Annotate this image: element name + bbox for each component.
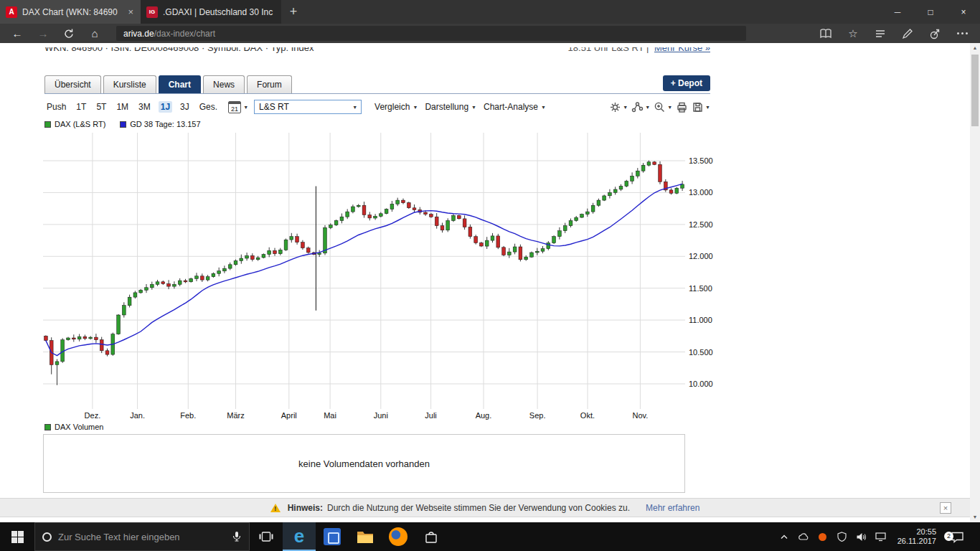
menu-darstellung[interactable]: Darstellung▼ — [425, 102, 476, 112]
tab-forum[interactable]: Forum — [247, 75, 292, 93]
tab-chart[interactable]: Chart — [159, 75, 201, 93]
refresh-button[interactable] — [56, 24, 82, 43]
tray-chevron-up-icon[interactable] — [778, 533, 791, 540]
x-month-label: Mai — [314, 411, 346, 420]
tab-übersicht[interactable]: Übersicht — [44, 75, 101, 93]
cookie-more-link[interactable]: Mehr erfahren — [646, 503, 699, 513]
web-note-pen-icon[interactable] — [894, 24, 921, 43]
x-month-label: Nov. — [624, 411, 656, 420]
tray-app-orange-icon[interactable] — [816, 533, 829, 541]
tab-close-icon[interactable]: × — [126, 6, 135, 17]
close-button[interactable]: × — [947, 0, 980, 24]
browser-scrollbar[interactable]: ▲ ▼ — [970, 43, 980, 522]
favorites-star-icon[interactable]: ☆ — [839, 24, 867, 43]
chart-legend: DAX (L&S RT)GD 38 Tage: 13.157 — [44, 120, 201, 128]
cortana-icon — [42, 532, 52, 542]
cookie-close-icon[interactable]: × — [940, 502, 951, 514]
tray-cloud-icon[interactable] — [797, 532, 810, 541]
minimize-button[interactable]: ─ — [881, 0, 914, 24]
share-icon[interactable] — [921, 24, 948, 43]
instrument-header: WKN: 846900 · ISIN: DE0008469008 · Symbo… — [44, 47, 710, 57]
range-1j[interactable]: 1J — [159, 101, 172, 113]
clock-time: 20:55 — [897, 527, 936, 537]
range-3j[interactable]: 3J — [178, 101, 192, 113]
hub-icon[interactable] — [867, 24, 894, 43]
home-button[interactable]: ⌂ — [82, 24, 108, 43]
new-tab-button[interactable]: + — [281, 0, 306, 24]
task-view-button[interactable] — [250, 522, 283, 551]
chart-area[interactable]: 13.50013.00012.50012.00011.50011.00010.5… — [43, 133, 721, 423]
chevron-down-icon: ▼ — [645, 105, 650, 110]
legend-label: GD 38 Tage: 13.157 — [130, 120, 200, 128]
ariva-tabs-row: ÜbersichtKurslisteChartNewsForum + Depot — [44, 75, 710, 94]
menu-vergleich[interactable]: Vergleich▼ — [374, 102, 418, 112]
back-button[interactable]: ← — [4, 24, 30, 43]
taskbar-file-explorer-icon[interactable] — [349, 522, 382, 551]
range-push[interactable]: Push — [44, 101, 68, 113]
chevron-down-icon: ▼ — [352, 105, 357, 110]
save-icon[interactable]: ▼ — [692, 101, 710, 113]
forward-button[interactable]: → — [30, 24, 56, 43]
menu-chart-analyse[interactable]: Chart-Analyse▼ — [484, 102, 546, 112]
range-3m[interactable]: 3M — [136, 101, 153, 113]
taskbar-firefox-icon[interactable] — [382, 522, 415, 551]
range-ges[interactable]: Ges. — [197, 101, 220, 113]
menu-label: Vergleich — [374, 102, 410, 112]
range-1t[interactable]: 1T — [74, 101, 88, 113]
range-selector: Push1T5T1M3M1J3JGes. — [44, 101, 220, 113]
legend-swatch — [44, 121, 51, 128]
range-1m[interactable]: 1M — [114, 101, 131, 113]
chart-tool-icons: ▼ ▼ ▼ ▼ — [609, 101, 710, 113]
mehr-kurse-link[interactable]: Mehr Kurse » — [654, 47, 710, 53]
maximize-button[interactable]: □ — [914, 0, 947, 24]
volume-legend: DAX Volumen — [44, 423, 103, 431]
tab-news[interactable]: News — [203, 75, 245, 93]
tab-title: .GDAXI | Deutschland 30 Inc — [163, 7, 275, 17]
chevron-down-icon: ▼ — [705, 105, 710, 110]
menu-label: Chart-Analyse — [484, 102, 538, 112]
depot-button[interactable]: + Depot — [663, 75, 710, 91]
range-5t[interactable]: 5T — [94, 101, 108, 113]
url-path: /dax-index/chart — [154, 29, 215, 39]
microphone-icon[interactable] — [232, 531, 242, 542]
windows-taskbar: Zur Suche Text hier eingeben e — [0, 522, 980, 551]
network-icon[interactable] — [875, 532, 887, 542]
volume-speaker-icon[interactable] — [855, 532, 868, 542]
x-month-label: Sep. — [522, 411, 553, 420]
y-tick-label: 11.000 — [689, 316, 720, 324]
tray-shield-icon[interactable] — [836, 532, 849, 542]
calendar-icon: 21 — [228, 101, 241, 113]
address-bar[interactable]: ariva.de/dax-index/chart — [116, 26, 746, 41]
chevron-down-icon: ▼ — [413, 105, 418, 110]
browser-tab-active[interactable]: A DAX Chart (WKN: 84690 × — [0, 0, 141, 24]
taskbar-app-blue-icon[interactable] — [316, 522, 349, 551]
more-menu-icon[interactable] — [948, 24, 976, 43]
scrollbar-thumb[interactable] — [971, 55, 979, 126]
calendar-picker[interactable]: 21 ▼ — [228, 101, 248, 113]
taskbar-search-input[interactable]: Zur Suche Text hier eingeben — [34, 522, 250, 551]
scrollbar-down-arrow[interactable]: ▼ — [970, 512, 980, 522]
menu-label: Darstellung — [425, 102, 468, 112]
browser-tab-inactive[interactable]: IG .GDAXI | Deutschland 30 Inc — [141, 0, 281, 24]
feed-select[interactable]: L&S RT ▼ — [254, 100, 362, 114]
x-month-label: Aug. — [468, 411, 499, 420]
indicators-icon[interactable]: ▼ — [631, 101, 650, 113]
cookie-notice-bold: Hinweis: — [288, 503, 323, 513]
candlestick-chart[interactable] — [43, 133, 685, 409]
settings-gear-icon[interactable]: ▼ — [609, 101, 628, 113]
scrollbar-up-arrow[interactable]: ▲ — [970, 43, 980, 53]
y-tick-label: 13.000 — [689, 188, 720, 197]
window-controls: ─ □ × — [881, 0, 980, 24]
start-button[interactable] — [0, 522, 34, 551]
reading-view-icon[interactable] — [812, 24, 839, 43]
tab-kursliste[interactable]: Kursliste — [103, 75, 156, 93]
action-center-icon[interactable]: 2 — [946, 531, 968, 543]
legend-swatch — [120, 121, 126, 128]
zoom-in-icon[interactable]: ▼ — [654, 101, 672, 113]
volume-message: keine Volumendaten vorhanden — [298, 458, 430, 469]
taskbar-clock[interactable]: 20:55 26.11.2017 — [894, 527, 940, 546]
x-month-label: Dez. — [77, 411, 108, 420]
taskbar-edge-icon[interactable]: e — [283, 522, 316, 551]
taskbar-store-icon[interactable] — [415, 522, 448, 551]
print-icon[interactable] — [676, 101, 688, 113]
